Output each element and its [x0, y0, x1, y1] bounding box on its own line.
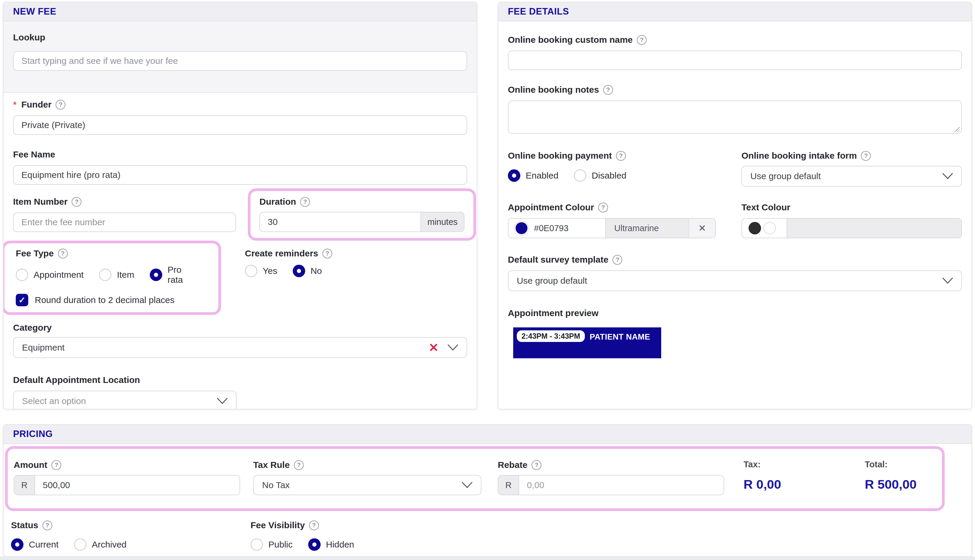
create-reminders-label: Create reminders ? [245, 248, 467, 259]
radio-selected-icon[interactable] [308, 538, 321, 551]
pricing-highlight: Amount ? R Tax Rule ? No Tax [5, 446, 945, 511]
tax-rule-select[interactable]: No Tax [253, 475, 482, 495]
survey-template-label: Default survey template ? [508, 254, 962, 265]
white-colour-dot-icon[interactable] [763, 222, 776, 234]
payment-option-enabled[interactable]: Enabled [508, 169, 558, 182]
page-bottom-strip [0, 557, 975, 560]
fee-details-header: FEE DETAILS [498, 2, 972, 22]
help-icon[interactable]: ? [52, 460, 61, 470]
total-summary-label: Total: [865, 460, 917, 469]
tax-rule-label: Tax Rule ? [253, 460, 482, 470]
item-number-input[interactable] [13, 212, 236, 232]
appointment-colour-control[interactable]: #0E0793 Ultramarine ✕ [508, 218, 716, 238]
help-icon[interactable]: ? [861, 151, 871, 161]
help-icon[interactable]: ? [72, 197, 82, 207]
lookup-input[interactable] [13, 51, 467, 71]
fee-type-highlight: Fee Type ? Appointment Item Pro rata [3, 241, 221, 315]
rebate-label: Rebate ? [498, 460, 724, 470]
amount-input[interactable] [35, 476, 240, 495]
help-icon[interactable]: ? [637, 35, 647, 45]
pricing-panel: PRICING Amount ? R Tax Rule ? No [3, 424, 972, 557]
help-icon[interactable]: ? [612, 255, 622, 265]
total-summary-value: R 500,00 [865, 477, 917, 492]
fee-details-panel: FEE DETAILS Online booking custom name ?… [498, 2, 972, 409]
chevron-down-icon [942, 173, 953, 180]
amount-currency: R [14, 476, 35, 495]
reminders-option-no[interactable]: No [293, 265, 322, 277]
category-value: Equipment [22, 343, 428, 353]
radio-selected-icon[interactable] [11, 538, 23, 551]
help-icon[interactable]: ? [603, 85, 613, 95]
colour-clear-icon[interactable]: ✕ [688, 218, 715, 238]
custom-name-label: Online booking custom name ? [508, 35, 962, 45]
help-icon[interactable]: ? [598, 203, 608, 212]
custom-name-group: Online booking custom name ? [508, 35, 962, 70]
payment-options: Enabled Disabled [508, 169, 728, 182]
text-colour-swatches[interactable] [742, 218, 787, 238]
duration-highlight: Duration ? minutes [248, 188, 476, 241]
visibility-label: Fee Visibility ? [250, 520, 370, 531]
default-location-select[interactable]: Select an option [13, 391, 237, 409]
duration-input[interactable] [260, 212, 420, 232]
colour-hex-section[interactable]: #0E0793 [508, 218, 605, 238]
rebate-input[interactable] [519, 476, 723, 495]
status-option-current[interactable]: Current [11, 538, 58, 551]
tax-rule-group: Tax Rule ? No Tax [253, 460, 482, 495]
visibility-option-public[interactable]: Public [250, 538, 293, 551]
survey-template-select[interactable]: Use group default [508, 270, 962, 291]
fee-type-option-item[interactable]: Item [99, 268, 134, 281]
funder-label: * Funder ? [13, 99, 467, 110]
appointment-preview-label: Appointment preview [508, 308, 962, 318]
help-icon[interactable]: ? [58, 249, 68, 258]
colour-name: Ultramarine [605, 218, 688, 238]
black-colour-dot-icon[interactable] [748, 222, 761, 234]
amount-input-group: R [14, 475, 240, 495]
help-icon[interactable]: ? [300, 197, 310, 207]
status-group: Status ? Current Archived [11, 520, 250, 551]
help-icon[interactable]: ? [294, 460, 304, 470]
radio-icon[interactable] [574, 169, 586, 182]
radio-selected-icon[interactable] [508, 169, 520, 182]
rebate-currency: R [498, 476, 519, 495]
reminders-option-yes[interactable]: Yes [245, 265, 277, 277]
radio-selected-icon[interactable] [293, 265, 305, 277]
radio-icon[interactable] [245, 265, 257, 277]
radio-icon[interactable] [16, 268, 28, 281]
intake-form-select[interactable]: Use group default [742, 166, 962, 187]
category-select[interactable]: Equipment ✕ [13, 337, 467, 358]
round-duration-checkbox-row[interactable]: ✓ Round duration to 2 decimal places [16, 294, 210, 306]
payment-option-disabled[interactable]: Disabled [574, 169, 627, 182]
radio-icon[interactable] [250, 538, 263, 551]
help-icon[interactable]: ? [42, 520, 52, 530]
help-icon[interactable]: ? [532, 460, 542, 470]
help-icon[interactable]: ? [55, 100, 65, 110]
fee-type-option-pro-rata[interactable]: Pro rata [150, 265, 194, 285]
new-fee-panel: NEW FEE Lookup * Funder ? Fee Name Item … [3, 2, 477, 409]
text-colour-disabled-area [787, 218, 961, 238]
radio-icon[interactable] [74, 538, 87, 551]
item-number-group: Item Number ? [13, 188, 236, 241]
radio-icon[interactable] [99, 268, 112, 281]
status-options: Current Archived [11, 538, 250, 551]
fee-type-label: Fee Type ? [16, 248, 210, 259]
required-asterisk: * [13, 99, 17, 110]
round-duration-label: Round duration to 2 decimal places [35, 295, 175, 305]
checkbox-checked-icon[interactable]: ✓ [16, 294, 28, 306]
item-number-label: Item Number ? [13, 197, 236, 207]
duration-label: Duration ? [260, 197, 465, 207]
notes-textarea[interactable] [508, 100, 962, 134]
help-icon[interactable]: ? [309, 520, 319, 530]
visibility-option-hidden[interactable]: Hidden [308, 538, 354, 551]
help-icon[interactable]: ? [322, 249, 332, 258]
fee-name-input[interactable] [13, 165, 467, 185]
status-option-archived[interactable]: Archived [74, 538, 127, 551]
funder-input[interactable] [13, 115, 467, 135]
radio-selected-icon[interactable] [150, 268, 162, 281]
visibility-options: Public Hidden [250, 538, 370, 551]
fee-type-option-appointment[interactable]: Appointment [16, 268, 83, 281]
clear-icon[interactable]: ✕ [428, 342, 438, 353]
help-icon[interactable]: ? [616, 151, 626, 161]
create-reminders-options: Yes No [245, 265, 467, 277]
text-colour-control[interactable] [742, 218, 962, 238]
custom-name-input[interactable] [508, 50, 962, 70]
